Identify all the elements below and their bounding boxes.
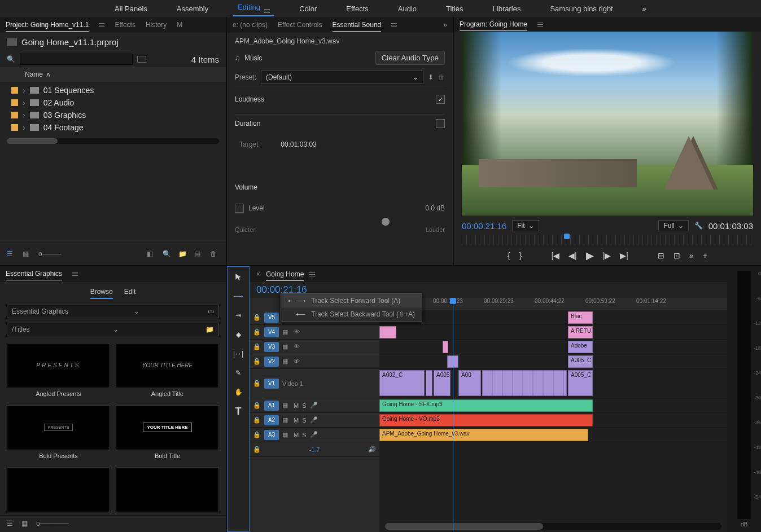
video-track-v2[interactable]: A005_C — [379, 354, 727, 369]
eye-icon[interactable]: 👁 — [294, 328, 301, 336]
mute-button[interactable]: M — [294, 402, 299, 409]
zoom-fit-select[interactable]: Fit⌄ — [512, 220, 539, 231]
zoom-value[interactable]: -1.7 — [309, 446, 320, 453]
sync-lock-icon[interactable]: ▦ — [282, 431, 290, 439]
extract-icon[interactable]: ⊡ — [673, 251, 680, 260]
sync-lock-icon[interactable]: ▦ — [282, 416, 290, 424]
loudness-label[interactable]: Loudness — [235, 95, 264, 103]
step-forward-icon[interactable]: |▶ — [603, 251, 611, 260]
chevron-right-icon[interactable]: › — [23, 111, 25, 120]
clip[interactable]: A RETU — [568, 326, 593, 338]
edit-tab[interactable]: Edit — [124, 285, 136, 299]
lock-icon[interactable]: 🔒 — [253, 328, 261, 336]
step-back-icon[interactable]: ◀| — [568, 251, 577, 260]
clip[interactable]: A00 — [458, 370, 481, 396]
video-track-v3[interactable]: Adobe — [379, 340, 727, 354]
timeline-playhead[interactable] — [453, 298, 453, 532]
mic-icon[interactable]: 🎤 — [310, 416, 318, 424]
chevron-right-icon[interactable]: › — [23, 123, 25, 132]
speaker-icon[interactable]: 🔊 — [368, 446, 376, 453]
icon-view-icon[interactable]: ▦ — [21, 520, 30, 529]
timeline-scrollbar[interactable] — [385, 523, 721, 530]
lock-icon[interactable]: 🔒 — [253, 416, 261, 424]
clip[interactable]: A005_C — [568, 370, 593, 396]
bin-row[interactable]: ›03 Graphics — [0, 109, 226, 121]
timeline-ruler[interactable]: 00:00 00:00:14:23 00:00:29:23 00:00:44:2… — [379, 298, 727, 310]
video-track-v1[interactable]: A002_C A005 A00 A005_C — [379, 369, 727, 398]
audio-track-a2[interactable]: Going Home - VO.mp3 — [379, 413, 727, 428]
menu-icon[interactable] — [264, 9, 270, 13]
lift-icon[interactable]: ⊟ — [658, 251, 664, 260]
sync-lock-icon[interactable]: ▦ — [282, 343, 290, 351]
program-tab[interactable]: Program: Going Home — [460, 18, 527, 31]
duration-label[interactable]: Duration — [235, 120, 260, 127]
browse-tab[interactable]: Browse — [90, 285, 113, 299]
history-tab[interactable]: History — [146, 19, 167, 31]
razor-tool-icon[interactable]: ◆ — [233, 329, 244, 340]
video-track-v4[interactable]: A RETU — [379, 325, 727, 340]
workspace-tab[interactable]: Color — [295, 2, 321, 15]
graphics-filter-select[interactable]: Essential Graphics⌄▭ — [7, 305, 219, 318]
level-checkbox[interactable] — [235, 204, 244, 213]
video-track-header[interactable]: 🔒V3▦👁 — [250, 340, 379, 354]
library-icon[interactable]: ▭ — [208, 307, 214, 315]
add-button-icon[interactable]: + — [703, 251, 707, 260]
template-card[interactable]: PRESENTS — [7, 343, 110, 388]
menu-icon[interactable] — [72, 272, 78, 276]
sequence-tab[interactable]: Going Home — [266, 268, 304, 281]
clip[interactable] — [443, 341, 448, 353]
chevron-right-icon[interactable]: › — [23, 98, 25, 107]
mic-icon[interactable]: 🎤 — [310, 431, 318, 439]
go-to-in-icon[interactable]: |◀ — [551, 251, 559, 260]
audio-track-header[interactable]: 🔒A2▦MS🎤 — [250, 413, 379, 428]
workspace-tab[interactable]: Effects — [342, 2, 373, 15]
selection-tool-icon[interactable] — [233, 271, 244, 283]
loudness-checkbox[interactable] — [436, 95, 445, 104]
clip[interactable] — [379, 326, 396, 338]
project-tab[interactable]: Project: Going Home_v11.1 — [6, 19, 89, 32]
lock-icon[interactable]: 🔒 — [253, 314, 261, 322]
clip[interactable]: Blac — [568, 311, 593, 324]
essential-sound-tab[interactable]: Essential Sound — [333, 19, 382, 32]
clip[interactable]: APM_Adobe_Going Home_v3.wav — [379, 429, 588, 441]
eye-icon[interactable]: 👁 — [294, 343, 301, 351]
new-bin-icon[interactable] — [137, 56, 146, 63]
go-to-out-icon[interactable]: ▶| — [620, 251, 628, 260]
ripple-edit-tool-icon[interactable]: ⇥ — [233, 310, 244, 321]
clip[interactable]: A005_C — [568, 355, 593, 368]
resolution-select[interactable]: Full⌄ — [658, 220, 688, 231]
source-tab[interactable]: e: (no clips) — [233, 19, 268, 31]
bin-row[interactable]: ›01 Sequences — [0, 84, 226, 96]
mute-button[interactable]: M — [294, 432, 299, 438]
sync-lock-icon[interactable]: ▦ — [282, 358, 290, 366]
template-card[interactable] — [7, 467, 110, 512]
close-tab-icon[interactable]: × — [256, 270, 260, 278]
solo-button[interactable]: S — [302, 432, 306, 438]
menu-icon[interactable] — [99, 23, 104, 27]
audio-track-header[interactable]: 🔒A3▦MS🎤 — [250, 428, 379, 442]
lock-icon[interactable]: 🔒 — [253, 358, 261, 366]
level-value[interactable]: 0.0 dB — [425, 204, 445, 212]
program-viewer[interactable] — [462, 32, 753, 216]
delete-preset-icon[interactable]: 🗑 — [438, 73, 445, 81]
target-value[interactable]: 00:01:03:03 — [281, 140, 316, 148]
type-tool-icon[interactable]: T — [233, 406, 244, 417]
bin-row[interactable]: ›02 Audio — [0, 96, 226, 109]
settings-icon[interactable]: 🔧 — [694, 222, 703, 230]
hand-tool-icon[interactable]: ✋ — [233, 386, 244, 398]
trash-icon[interactable]: 🗑 — [210, 250, 219, 259]
essential-graphics-tab[interactable]: Essential Graphics — [6, 267, 62, 280]
eye-icon[interactable]: 👁 — [294, 358, 301, 366]
play-icon[interactable]: ▶ — [586, 249, 594, 262]
icon-view-icon[interactable]: ▦ — [23, 250, 32, 259]
audio-track-a1[interactable]: Going Home - SFX.mp3 — [379, 398, 727, 413]
mark-out-icon[interactable]: } — [519, 251, 522, 260]
workspace-tab[interactable]: Samsung bins right — [545, 2, 617, 15]
lock-icon[interactable]: 🔒 — [253, 380, 261, 388]
workspace-tab[interactable]: Assembly — [172, 2, 213, 15]
clip[interactable] — [426, 370, 432, 396]
audio-track-header[interactable]: 🔒A1▦MS🎤 — [250, 398, 379, 413]
effect-controls-tab[interactable]: Effect Controls — [278, 19, 322, 31]
mute-button[interactable]: M — [294, 417, 299, 424]
titles-filter-select[interactable]: /Titles⌄📁 — [7, 323, 219, 336]
